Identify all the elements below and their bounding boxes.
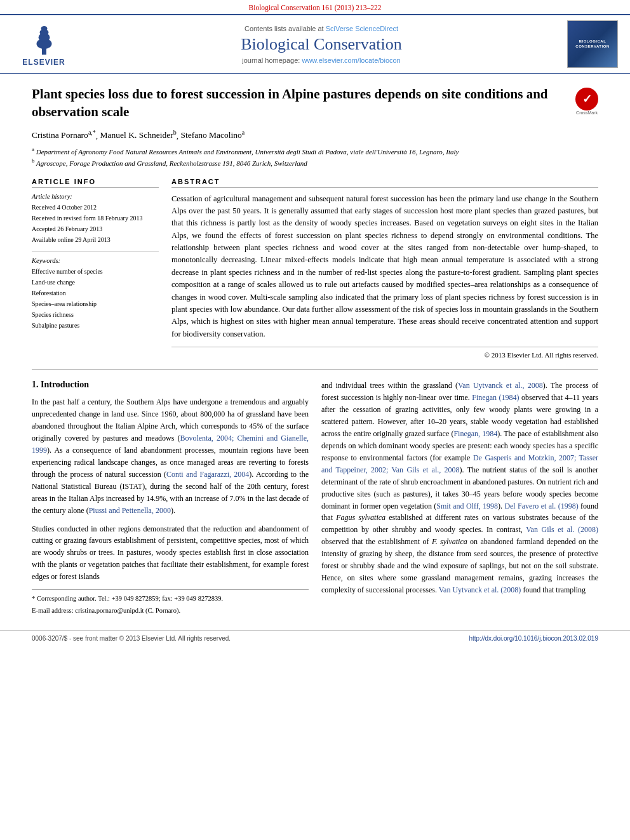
elsevier-tree-icon [27,22,62,57]
homepage-link[interactable]: www.elsevier.com/locate/biocon [302,57,400,64]
ref-finegan[interactable]: Finegan (1984) [472,393,519,402]
footnote-email: E-mail address: cristina.pornaro@unipd.i… [32,606,309,616]
ref-vanuytvanck-2008[interactable]: Van Uytvanck et al., 2008 [458,381,543,390]
abstract-section: ABSTRACT Cessation of agricultural manag… [171,178,598,359]
journal-header: ELSEVIER Contents lists available at Sci… [0,14,630,74]
ref-vangils[interactable]: Van Gils et al. (2008) [526,525,598,534]
ref-degasperis[interactable]: De Gasperis and Motzkin, 2007; Tasser an… [321,453,598,474]
copyright-notice: 0006-3207/$ - see front matter © 2013 El… [32,635,231,642]
cover-title-line1: BIOLOGICAL [579,39,607,44]
article-body: ARTICLE INFO Article history: Received 4… [32,178,598,359]
intro-heading: 1. Introduction [32,380,309,390]
contents-available-line: Contents lists available at SciVerse Sci… [85,25,558,32]
main-content: Plant species loss due to forest success… [0,74,630,630]
article-dates: Received 4 October 2012 Received in revi… [32,202,159,245]
ref-delfavero[interactable]: Del Favero et al. (1998) [504,502,578,510]
affiliations: a Department of Agronomy Food Natural Re… [32,145,598,168]
keyword-5: Species richness [32,309,159,320]
journal-reference: Biological Conservation 161 (2013) 213–2… [0,0,630,14]
intro-right-column: and individual trees within the grasslan… [321,380,598,618]
keywords-list: Effective number of species Land-use cha… [32,266,159,331]
intro-paragraph-1: In the past half a century, the Southern… [32,396,309,517]
author-1: Cristina Pornaroa,* [32,130,96,140]
accepted-date: Accepted 26 February 2013 [32,223,159,234]
keyword-4: Species–area relationship [32,298,159,309]
svg-rect-0 [42,48,46,55]
intro-paragraph-2: Studies conducted in other regions demon… [32,523,309,583]
crossmark-badge[interactable]: ✓ CrossMark [575,88,598,115]
title-row: Plant species loss due to forest success… [32,85,598,129]
elsevier-brand-text: ELSEVIER [22,58,65,67]
abstract-text: Cessation of agricultural management and… [171,193,598,341]
sciverse-link[interactable]: SciVerse ScienceDirect [326,25,398,32]
intro-left-column: 1. Introduction In the past half a centu… [32,380,309,618]
journal-title: Biological Conservation [85,35,558,54]
affiliation-b: b Agroscope, Forage Production and Grass… [32,157,598,168]
footnote-corresponding: * Corresponding author. Tel.: +39 049 82… [32,594,309,604]
ref-finegan-2[interactable]: Finegan, 1984 [453,429,497,438]
article-history-label: Article history: [32,193,159,200]
keywords-label: Keywords: [32,257,159,264]
keyword-6: Subalpine pastures [32,320,159,331]
ref-smit[interactable]: Smit and Olff, 1998 [436,502,498,510]
ref-piussi[interactable]: Piussi and Pettenella, 2000 [89,506,171,515]
abstract-header: ABSTRACT [171,178,598,188]
article-title: Plant species loss due to forest success… [32,85,568,121]
crossmark-icon: ✓ [582,93,592,105]
cover-title-line2: CONSERVATION [575,44,609,50]
author-2: Manuel K. Schneiderb [100,130,177,140]
keyword-2: Land-use change [32,277,159,288]
journal-homepage: journal homepage: www.elsevier.com/locat… [85,57,558,64]
author-3: Stefano Macolinoa [180,130,245,140]
introduction-section: 1. Introduction In the past half a centu… [32,380,598,618]
affiliation-a: a Department of Agronomy Food Natural Re… [32,145,598,157]
info-divider [32,251,159,252]
copyright-line: © 2013 Elsevier Ltd. All rights reserved… [171,347,598,359]
journal-title-section: Contents lists available at SciVerse Sci… [85,25,558,64]
ref-conti[interactable]: Conti and Fagarazzi, 2004 [166,470,249,479]
keyword-3: Reforestation [32,288,159,298]
journal-cover-section: BIOLOGICAL CONSERVATION [564,20,621,68]
section-divider [32,369,598,370]
bottom-bar: 0006-3207/$ - see front matter © 2013 El… [0,630,630,646]
intro-paragraph-right-1: and individual trees within the grasslan… [321,380,598,596]
article-info-panel: ARTICLE INFO Article history: Received 4… [32,178,159,359]
ref-bovolenta[interactable]: Bovolenta, 2004; Chemini and Gianelle, 1… [32,434,309,455]
crossmark-label: CrossMark [575,110,598,115]
journal-cover-image: BIOLOGICAL CONSERVATION [567,20,618,68]
doi-link[interactable]: http://dx.doi.org/10.1016/j.biocon.2013.… [469,635,599,642]
ref-vanuytvanck-2[interactable]: Van Uytvanck et al. (2008) [439,585,521,594]
received-date: Received 4 October 2012 [32,202,159,213]
elsevier-logo-section: ELSEVIER [9,22,79,67]
footnotes: * Corresponding author. Tel.: +39 049 82… [32,589,309,616]
article-info-header: ARTICLE INFO [32,178,159,188]
keyword-1: Effective number of species [32,266,159,277]
revised-date: Received in revised form 18 February 201… [32,213,159,223]
online-date: Available online 29 April 2013 [32,234,159,245]
svg-point-4 [41,26,47,31]
authors-line: Cristina Pornaroa,*, Manuel K. Schneider… [32,129,598,141]
